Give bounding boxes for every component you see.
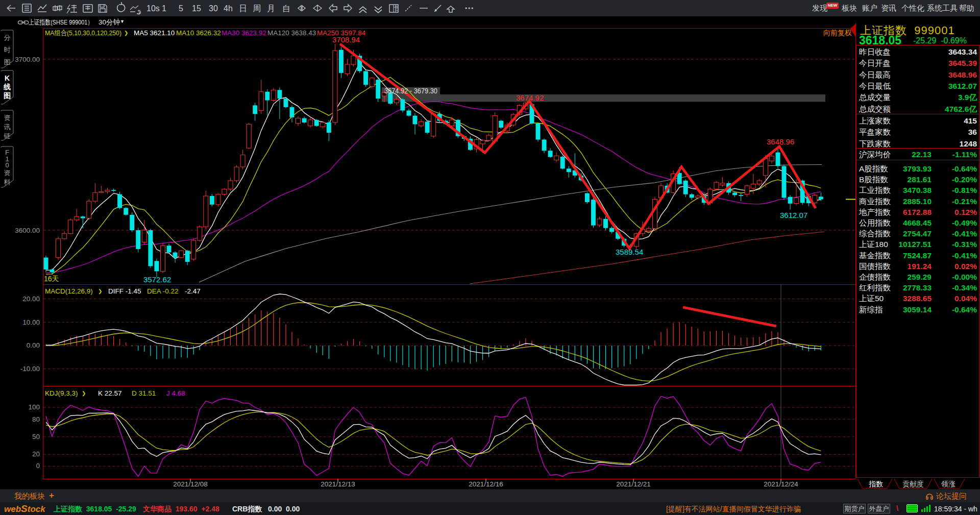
- svg-text:2021/12/16: 2021/12/16: [469, 480, 503, 488]
- svg-text:3572.62: 3572.62: [143, 275, 171, 284]
- svg-text:0: 0: [36, 462, 40, 470]
- svg-text:-10.00: -10.00: [20, 365, 40, 373]
- svg-text:3600.00: 3600.00: [15, 227, 40, 234]
- svg-text:J 4.68: J 4.68: [166, 389, 185, 397]
- svg-text:2021/12/24: 2021/12/24: [764, 480, 798, 488]
- svg-text:3700.00: 3700.00: [15, 56, 40, 63]
- svg-text:-2.47: -2.47: [185, 287, 201, 295]
- svg-text:MA10 3626.32: MA10 3626.32: [176, 29, 221, 37]
- svg-text:MACD(12,26,9): MACD(12,26,9): [45, 287, 93, 295]
- svg-text:3589.54: 3589.54: [616, 248, 643, 256]
- svg-text:指数: 指数: [869, 480, 883, 488]
- svg-text:50: 50: [32, 433, 40, 440]
- svg-text:2021/12/21: 2021/12/21: [616, 480, 651, 488]
- svg-text:DEA -0.22: DEA -0.22: [147, 287, 179, 295]
- svg-text:20.00: 20.00: [22, 295, 40, 303]
- svg-text:80: 80: [32, 415, 40, 423]
- svg-text:3612.07: 3612.07: [780, 211, 807, 219]
- svg-text:10.00: 10.00: [22, 318, 40, 326]
- svg-text:MA30 3623.92: MA30 3623.92: [222, 29, 266, 37]
- svg-text:贡献度: 贡献度: [902, 480, 924, 488]
- svg-text:16天: 16天: [44, 275, 59, 283]
- svg-text:MA5 3621.10: MA5 3621.10: [134, 29, 175, 37]
- svg-text:❯: ❯: [124, 30, 128, 36]
- svg-text:2021/12/13: 2021/12/13: [321, 480, 355, 488]
- svg-text:❯: ❯: [98, 288, 102, 295]
- svg-text:KDJ(9,3,3): KDJ(9,3,3): [45, 389, 78, 397]
- svg-text:3674.92 - 3679.30: 3674.92 - 3679.30: [384, 87, 437, 95]
- svg-text:20: 20: [32, 450, 40, 458]
- svg-text:100: 100: [28, 403, 40, 411]
- svg-text:2021/12/08: 2021/12/08: [173, 480, 208, 488]
- svg-text:领涨: 领涨: [941, 480, 955, 488]
- svg-text:D 31.51: D 31.51: [132, 389, 156, 397]
- svg-text:0.00: 0.00: [27, 341, 40, 349]
- svg-text:MA组合(5,10,30,0,120,250): MA组合(5,10,30,0,120,250): [45, 29, 121, 37]
- svg-text:3708.94: 3708.94: [332, 35, 360, 44]
- svg-text:K 22.57: K 22.57: [98, 389, 122, 397]
- svg-text:3648.96: 3648.96: [767, 137, 794, 146]
- svg-text:DIFF -1.45: DIFF -1.45: [108, 287, 141, 295]
- svg-text:MA120 3638.43: MA120 3638.43: [267, 29, 316, 37]
- svg-text:向前复权: 向前复权: [823, 29, 852, 37]
- svg-text:❯: ❯: [82, 390, 86, 397]
- svg-text:3674.92: 3674.92: [516, 93, 544, 102]
